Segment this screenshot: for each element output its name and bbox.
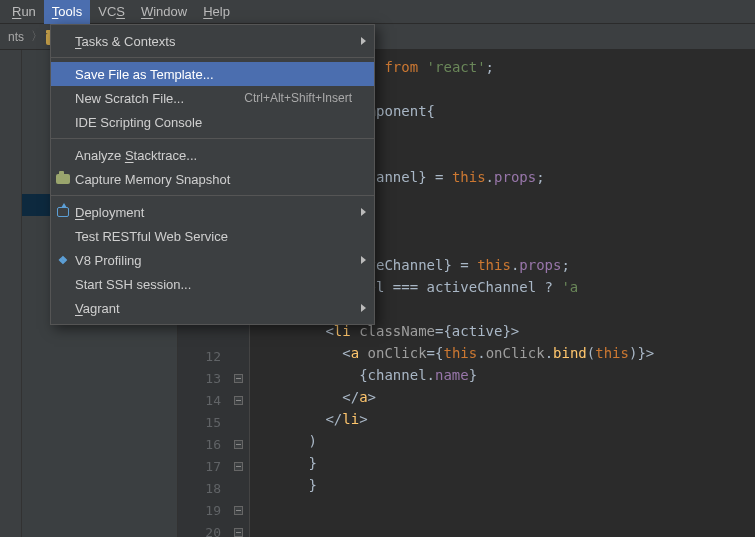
menu-item-label: Vagrant [75,301,352,316]
fold-icon[interactable] [234,462,243,471]
menu-item-v8-profiling[interactable]: ❖V8 Profiling [51,248,374,272]
gutter-line[interactable]: 18 [178,478,249,500]
menu-item-analyze-stacktrace[interactable]: Analyze Stacktrace... [51,143,374,167]
tools-menu[interactable]: Tasks & ContextsSave File as Template...… [50,24,375,325]
menu-item-start-ssh-session[interactable]: Start SSH session... [51,272,374,296]
menu-item-save-file-as-template[interactable]: Save File as Template... [51,62,374,86]
menu-item-new-scratch-file[interactable]: New Scratch File...Ctrl+Alt+Shift+Insert [51,86,374,110]
menu-run[interactable]: Run [4,0,44,24]
chevron-right-icon [361,304,366,312]
chevron-right-icon [361,256,366,264]
fold-icon[interactable] [234,506,243,515]
menu-item-tasks-contexts[interactable]: Tasks & Contexts [51,29,374,53]
breadcrumb-tail: nts [4,30,28,44]
menu-item-label: Start SSH session... [75,277,352,292]
chevron-right-icon [361,37,366,45]
gutter-line[interactable]: 12 [178,346,249,368]
menu-separator [51,138,374,139]
fold-icon[interactable] [234,528,243,537]
menu-tools[interactable]: Tools [44,0,90,24]
menu-item-label: Analyze Stacktrace... [75,148,352,163]
fold-icon[interactable] [234,374,243,383]
menu-item-vagrant[interactable]: Vagrant [51,296,374,320]
fold-icon[interactable] [234,396,243,405]
v8-icon: ❖ [55,252,71,268]
fold-icon[interactable] [234,440,243,449]
gutter-line[interactable]: 13 [178,368,249,390]
menubar: RunToolsVCSWindowHelp [0,0,755,24]
menu-item-label: Test RESTful Web Service [75,229,352,244]
menu-vcs[interactable]: VCS [90,0,133,24]
breadcrumb-sep-icon: 〉 [28,28,46,45]
upload-icon [55,204,71,220]
menu-item-capture-memory-snapshot[interactable]: Capture Memory Snapshot [51,167,374,191]
gutter-line[interactable]: 16 [178,434,249,456]
menu-item-label: Tasks & Contexts [75,34,352,49]
menu-item-label: Capture Memory Snapshot [75,172,352,187]
menu-item-shortcut: Ctrl+Alt+Shift+Insert [244,91,352,105]
menu-item-deployment[interactable]: Deployment [51,200,374,224]
menu-item-label: New Scratch File... [75,91,228,106]
menu-window[interactable]: Window [133,0,195,24]
menu-separator [51,195,374,196]
menu-item-label: V8 Profiling [75,253,352,268]
menu-item-label: Deployment [75,205,352,220]
gutter-line[interactable]: 20 [178,522,249,537]
menu-item-label: IDE Scripting Console [75,115,352,130]
gutter-line[interactable]: 15 [178,412,249,434]
menu-separator [51,57,374,58]
tool-window-strip[interactable] [0,50,22,537]
chevron-right-icon [361,208,366,216]
menu-item-label: Save File as Template... [75,67,352,82]
menu-item-test-restful-web-service[interactable]: Test RESTful Web Service [51,224,374,248]
menu-help[interactable]: Help [195,0,238,24]
gutter-line[interactable]: 14 [178,390,249,412]
menu-item-ide-scripting-console[interactable]: IDE Scripting Console [51,110,374,134]
camera-icon [55,171,71,187]
gutter-line[interactable]: 19 [178,500,249,522]
gutter-line[interactable]: 17 [178,456,249,478]
